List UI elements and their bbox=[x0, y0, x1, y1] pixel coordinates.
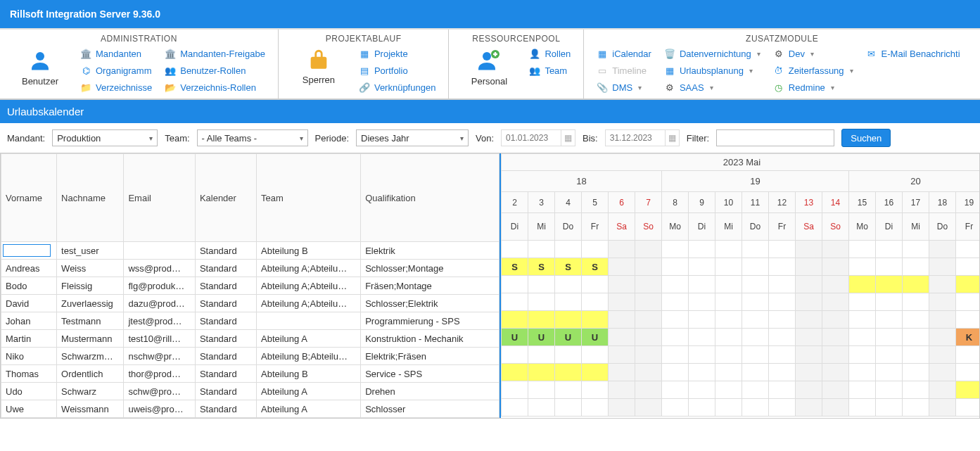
cell-team[interactable]: Abteilung A bbox=[257, 330, 361, 348]
icalendar-link[interactable]: ▦ iCalendar bbox=[597, 48, 651, 59]
mandant-select[interactable]: Produktion ▾ bbox=[52, 129, 158, 146]
calendar-cell[interactable] bbox=[609, 346, 635, 364]
dms-link[interactable]: 📎 DMS ▾ bbox=[597, 82, 651, 93]
calendar-cell[interactable] bbox=[635, 329, 662, 346]
cell-email[interactable]: flg@produk… bbox=[124, 277, 195, 295]
cell-team[interactable]: Abteilung B bbox=[257, 242, 361, 260]
calendar-cell[interactable] bbox=[769, 329, 796, 346]
dev-link[interactable]: ⚙ Dev ▾ bbox=[773, 48, 853, 59]
calendar-cell[interactable] bbox=[956, 346, 980, 364]
calendar-cell[interactable] bbox=[635, 258, 662, 276]
calendar-cell[interactable] bbox=[929, 241, 956, 258]
calendar-cell[interactable] bbox=[742, 346, 769, 364]
cell-kalender[interactable]: Standard bbox=[195, 312, 256, 330]
calendar-cell[interactable] bbox=[555, 381, 582, 399]
cell-vorname[interactable]: Bodo bbox=[1, 277, 57, 295]
filter-input[interactable] bbox=[716, 129, 834, 146]
col-vorname[interactable]: Vorname bbox=[1, 154, 57, 242]
calendar-cell[interactable] bbox=[689, 276, 715, 293]
cell-kalender[interactable]: Standard bbox=[195, 260, 256, 277]
calendar-cell[interactable] bbox=[555, 293, 582, 311]
calendar-cell[interactable] bbox=[876, 329, 903, 346]
calendar-cell[interactable]: U bbox=[582, 329, 609, 346]
rollen-link[interactable]: 👤 Rollen bbox=[529, 48, 571, 59]
calendar-cell[interactable] bbox=[689, 293, 715, 311]
calendar-cell[interactable] bbox=[849, 258, 876, 276]
projekte-link[interactable]: ▦ Projekte bbox=[359, 48, 435, 59]
calendar-cell[interactable]: K bbox=[956, 329, 980, 346]
calendar-cell[interactable] bbox=[555, 346, 582, 364]
calendar-cell[interactable] bbox=[662, 241, 689, 258]
calendar-cell[interactable] bbox=[555, 276, 582, 293]
cell-nachname[interactable]: Zuverlaessig bbox=[57, 295, 124, 312]
calendar-cell[interactable] bbox=[502, 346, 528, 364]
calendar-cell[interactable] bbox=[742, 381, 769, 399]
urlaubsplanung-link[interactable]: ▦ Urlaubsplanung ▾ bbox=[664, 65, 761, 76]
cell-kalender[interactable]: Standard bbox=[195, 277, 256, 295]
cell-qual[interactable]: Programmierung - SPS bbox=[361, 312, 499, 330]
email-benachrichtigung-link[interactable]: ✉ E-Mail Benachrichti bbox=[866, 48, 960, 59]
calendar-cell[interactable] bbox=[822, 241, 849, 258]
cell-nachname[interactable]: Weiss bbox=[57, 260, 124, 277]
calendar-cell[interactable] bbox=[528, 364, 555, 381]
mandanten-link[interactable]: 🏛️ Mandanten bbox=[80, 48, 152, 59]
calendar-cell[interactable] bbox=[555, 241, 582, 258]
calendar-cell[interactable] bbox=[689, 329, 715, 346]
cell-team[interactable]: Abteilung B bbox=[257, 365, 361, 383]
calendar-cell[interactable] bbox=[769, 364, 796, 381]
calendar-cell[interactable] bbox=[956, 258, 980, 276]
calendar-cell[interactable] bbox=[796, 346, 822, 364]
calendar-cell[interactable]: S bbox=[528, 258, 555, 276]
calendar-cell[interactable] bbox=[876, 258, 903, 276]
calendar-cell[interactable]: S bbox=[582, 258, 609, 276]
calendar-cell[interactable] bbox=[769, 241, 796, 258]
calendar-cell[interactable] bbox=[528, 293, 555, 311]
calendar-cell[interactable] bbox=[876, 241, 903, 258]
calendar-cell[interactable] bbox=[903, 364, 929, 381]
cell-qual[interactable]: Schlosser;Montage bbox=[361, 260, 499, 277]
calendar-cell[interactable] bbox=[796, 381, 822, 399]
cell-vorname[interactable] bbox=[1, 242, 57, 260]
calendar-cell[interactable] bbox=[929, 293, 956, 311]
calendar-cell[interactable] bbox=[876, 293, 903, 311]
calendar-cell[interactable] bbox=[822, 258, 849, 276]
calendar-cell[interactable] bbox=[635, 381, 662, 399]
cell-vorname[interactable]: Niko bbox=[1, 348, 57, 365]
calendar-cell[interactable] bbox=[876, 364, 903, 381]
calendar-cell[interactable]: U bbox=[502, 329, 528, 346]
cell-email[interactable]: schw@pro… bbox=[124, 383, 195, 400]
calendar-cell[interactable] bbox=[582, 364, 609, 381]
calendar-cell[interactable] bbox=[582, 346, 609, 364]
calendar-cell[interactable] bbox=[635, 399, 662, 417]
calendar-cell[interactable] bbox=[635, 311, 662, 329]
calendar-cell[interactable] bbox=[742, 364, 769, 381]
calendar-cell[interactable] bbox=[796, 276, 822, 293]
calendar-cell[interactable] bbox=[742, 329, 769, 346]
table-row[interactable]: UdoSchwarzschw@pro…StandardAbteilung ADr… bbox=[1, 383, 499, 400]
calendar-cell[interactable] bbox=[769, 381, 796, 399]
calendar-cell[interactable] bbox=[956, 241, 980, 258]
calendar-cell[interactable] bbox=[796, 293, 822, 311]
calendar-cell[interactable] bbox=[849, 311, 876, 329]
verknuepfungen-link[interactable]: 🔗 Verknüpfungen bbox=[359, 82, 435, 93]
zeiterfassung-link[interactable]: ⏱ Zeiterfassung ▾ bbox=[773, 65, 853, 76]
calendar-cell[interactable] bbox=[903, 258, 929, 276]
cell-kalender[interactable]: Standard bbox=[195, 330, 256, 348]
calendar-cell[interactable] bbox=[502, 399, 528, 417]
cell-vorname[interactable]: David bbox=[1, 295, 57, 312]
calendar-cell[interactable] bbox=[876, 399, 903, 417]
cell-team[interactable]: Abteilung A bbox=[257, 400, 361, 418]
cell-kalender[interactable]: Standard bbox=[195, 400, 256, 418]
calendar-cell[interactable] bbox=[849, 329, 876, 346]
calendar-cell[interactable] bbox=[609, 399, 635, 417]
calendar-cell[interactable] bbox=[528, 399, 555, 417]
calendar-cell[interactable] bbox=[956, 276, 980, 293]
calendar-cell[interactable] bbox=[609, 381, 635, 399]
cell-kalender[interactable]: Standard bbox=[195, 242, 256, 260]
calendar-cell[interactable] bbox=[662, 293, 689, 311]
cell-email[interactable]: uweis@pro… bbox=[124, 400, 195, 418]
calendar-cell[interactable] bbox=[849, 241, 876, 258]
calendar-cell[interactable] bbox=[822, 364, 849, 381]
calendar-cell[interactable] bbox=[609, 311, 635, 329]
vorname-inline-input[interactable] bbox=[3, 244, 51, 257]
